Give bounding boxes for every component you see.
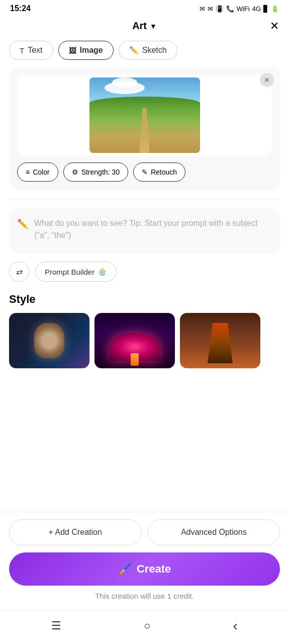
tab-sketch[interactable]: ✏️ Sketch xyxy=(119,41,177,60)
nav-menu-icon[interactable]: ☰ xyxy=(51,619,61,632)
phone-icon: 📞 xyxy=(226,5,234,13)
network-4g-icon: 4G xyxy=(252,5,261,13)
prompt-builder-label: Prompt Builder xyxy=(45,268,94,276)
color-button[interactable]: ≡ Color xyxy=(17,163,58,182)
close-button[interactable]: ✕ xyxy=(270,20,279,33)
vibrate-icon: 📳 xyxy=(216,5,224,13)
create-button-icon: 🖌️ xyxy=(118,562,132,576)
header-title-area[interactable]: Art ▼ xyxy=(132,20,157,32)
image-card-close-button[interactable]: ✕ xyxy=(260,73,274,87)
landscape-image xyxy=(89,77,200,153)
battery-icon: 🔋 xyxy=(271,5,279,13)
prompt-pencil-icon: ✏️ xyxy=(17,218,28,229)
status-time: 15:24 xyxy=(10,4,31,13)
image-upload-card: ✕ ≡ Color ⚙ Strength: 30 ✎ Reto xyxy=(9,67,280,190)
bottom-actions: + Add Creation Advanced Options 🖌️ Creat… xyxy=(0,512,289,610)
status-bar: 15:24 ✉ ✉ 📳 📞 WiFi 4G ▊ 🔋 xyxy=(0,0,289,15)
text-tab-icon: T xyxy=(20,46,24,55)
style-grid xyxy=(9,313,280,368)
style-card-astronaut[interactable] xyxy=(9,313,89,368)
style-section: Style xyxy=(9,293,280,368)
prompt-input-area[interactable]: ✏️ What do you want to see? Tip: Start y… xyxy=(9,208,280,254)
credit-info-text: This creation will use 1 credit. xyxy=(9,592,280,600)
retouch-icon: ✎ xyxy=(142,168,148,176)
image-preview-area[interactable] xyxy=(17,75,272,155)
tab-bar: T Text 🖼 Image ✏️ Sketch xyxy=(0,37,289,67)
create-button-label: Create xyxy=(137,562,171,576)
prompt-builder-button[interactable]: Prompt Builder 🧁 xyxy=(35,262,117,282)
image-tab-icon: 🖼 xyxy=(69,46,76,55)
strength-button[interactable]: ⚙ Strength: 30 xyxy=(63,163,128,182)
main-content: ✕ ≡ Color ⚙ Strength: 30 ✎ Reto xyxy=(0,67,289,512)
sketch-tab-icon: ✏️ xyxy=(129,46,139,55)
tab-text-label: Text xyxy=(28,46,42,55)
image-controls: ≡ Color ⚙ Strength: 30 ✎ Retouch xyxy=(17,163,272,182)
header-title: Art xyxy=(132,20,147,32)
chevron-down-icon: ▼ xyxy=(150,22,157,30)
tab-text[interactable]: T Text xyxy=(9,41,53,60)
wifi-icon: WiFi xyxy=(237,5,250,13)
divider xyxy=(9,199,280,199)
color-label: Color xyxy=(33,168,49,176)
create-button[interactable]: 🖌️ Create xyxy=(9,552,280,586)
strength-label: Strength: 30 xyxy=(81,168,120,176)
app-header: Art ▼ ✕ xyxy=(0,15,289,37)
prompt-placeholder: What do you want to see? Tip: Start your… xyxy=(34,217,272,242)
nav-back-icon[interactable]: ‹ xyxy=(233,618,238,634)
tab-image[interactable]: 🖼 Image xyxy=(58,41,114,60)
action-buttons-row: + Add Creation Advanced Options xyxy=(9,519,280,545)
shuffle-icon: ⇄ xyxy=(16,267,23,277)
color-icon: ≡ xyxy=(26,168,30,176)
style-card-pagoda[interactable] xyxy=(180,313,260,368)
clouds-layer xyxy=(105,82,145,94)
mail-icon-2: ✉ xyxy=(208,5,213,13)
tab-sketch-label: Sketch xyxy=(142,46,167,55)
retouch-button[interactable]: ✎ Retouch xyxy=(133,163,185,182)
retouch-label: Retouch xyxy=(151,168,177,176)
signal-icon: ▊ xyxy=(263,5,268,13)
shuffle-button[interactable]: ⇄ xyxy=(9,262,29,282)
advanced-options-button[interactable]: Advanced Options xyxy=(148,519,280,545)
close-x-icon: ✕ xyxy=(264,76,270,84)
mail-icon-1: ✉ xyxy=(200,5,205,13)
prompt-builder-emoji: 🧁 xyxy=(98,267,107,276)
status-icons: ✉ ✉ 📳 📞 WiFi 4G ▊ 🔋 xyxy=(200,5,279,13)
style-card-mushroom[interactable] xyxy=(94,313,175,368)
system-nav-bar: ☰ ○ ‹ xyxy=(0,610,289,644)
tab-image-label: Image xyxy=(80,46,103,55)
nav-home-icon[interactable]: ○ xyxy=(144,619,150,632)
style-section-title: Style xyxy=(9,293,280,306)
strength-icon: ⚙ xyxy=(72,168,78,176)
prompt-tools: ⇄ Prompt Builder 🧁 xyxy=(9,262,280,282)
add-creation-button[interactable]: + Add Creation xyxy=(9,519,142,545)
